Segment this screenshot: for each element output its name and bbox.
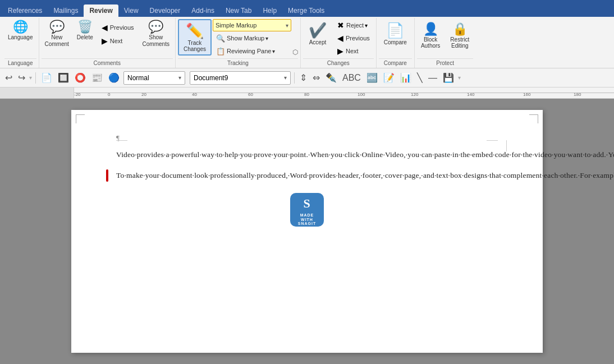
change-bar [106,169,108,182]
block-authors-button[interactable]: 👤 BlockAuthors [417,19,444,52]
track-icon: ✏️ [186,22,204,40]
reviewing-pane-button[interactable]: 📋 Reviewing Pane ▾ [213,46,279,57]
toolbar-icon-c[interactable]: ✒️ [324,71,338,85]
show-markup-arrow: ▾ [265,35,268,42]
language-icon: 🌐 [13,21,28,33]
toolbar-icon-h[interactable]: ╲ [415,71,424,85]
delete-icon: 🗑️ [77,21,93,33]
toolbar-icon-f[interactable]: 📝 [382,71,396,85]
snagit-s: S [303,193,310,213]
markup-dropdown[interactable]: Simple Markup ▾ [213,19,291,31]
restrict-icon: 🔒 [452,22,468,36]
sep2 [294,72,295,84]
track-changes-button[interactable]: ✏️ TrackChanges [178,19,212,56]
language-button[interactable]: 🌐 Language [4,19,36,43]
snagit-text: MADEWITHSNAGIT [298,213,316,226]
markup-label: Simple Markup [216,22,286,29]
snagit-logo: S MADEWITHSNAGIT [290,193,324,227]
tab-review[interactable]: Review [84,4,118,17]
restrict-editing-button[interactable]: 🔒 RestrictEditing [446,19,473,52]
undo-arrow[interactable]: ▾ [29,75,32,81]
markup-arrow: ▾ [286,22,288,29]
prev-icon: ◀ [102,23,108,32]
undo-button[interactable]: ↩ [3,71,14,85]
toolbar-icon-j[interactable]: 💾 [441,71,456,85]
next-comment-button[interactable]: ▶ Next [98,35,138,47]
delete-label: Delete [77,34,93,41]
quick-access-icon4[interactable]: 📰 [90,71,104,85]
protect-group-label: Protect [417,58,473,68]
previous-change-button[interactable]: ◀ Previous [333,32,374,44]
reject-label: Reject [346,22,364,29]
reviewing-icon: 📋 [216,47,225,56]
paragraph-1: Video·provides·a·powerful·way·to·help·yo… [116,149,498,161]
sep1 [35,72,36,84]
block-authors-icon: 👤 [423,22,438,36]
changes-group-label: Changes [303,58,374,68]
tab-help[interactable]: Help [257,4,282,17]
next-change-label: Next [346,48,359,54]
quick-access-icon3[interactable]: ⭕ [73,71,88,85]
show-comments-label: ShowComments [143,34,169,48]
show-comments-button[interactable]: 💬 ShowComments [139,19,173,49]
tracking-expand[interactable]: ⬡ [292,48,298,57]
tracking-options: Simple Markup ▾ 🔍 Show Markup ▾ [213,19,291,57]
style-dropdown[interactable]: Normal ▾ [123,71,185,85]
next-change-icon: ▶ [337,47,343,56]
block-authors-label: BlockAuthors [421,36,440,49]
compare-group: 📄 Compare Compare [377,18,415,68]
tracking-group: ✏️ TrackChanges Simple Markup ▾ 🔍 Sh [176,18,301,68]
margin-line-tl [116,140,127,141]
toolbar-more-arrow[interactable]: ▾ [458,75,461,81]
toolbar-icon-e[interactable]: 🔤 [365,71,379,85]
style-value: Normal [127,74,178,82]
doc-name-dropdown[interactable]: Document9 ▾ [190,71,291,85]
reject-icon: ✖ [337,21,344,30]
show-markup-label: Show Markup [227,35,264,42]
next-change-button[interactable]: ▶ Next [333,45,374,57]
quick-access-icon2[interactable]: 🔲 [56,71,71,85]
tab-view[interactable]: View [118,4,144,17]
paragraph-2: To·make·your·document·look·professionall… [116,169,498,182]
margin-line-tr [487,140,498,141]
toolbar-icon-d[interactable]: ABC [341,71,363,85]
next-icon: ▶ [102,36,108,45]
comments-group: 💬 NewComment 🗑️ Delete ◀ Previous ▶ [39,18,176,68]
show-markup-button[interactable]: 🔍 Show Markup ▾ [213,33,272,44]
tab-mailings[interactable]: Mailings [48,4,84,17]
toolbar-icon-a[interactable]: ⇕ [298,71,309,85]
prev-change-label: Previous [346,35,370,42]
toolbar-icon-g[interactable]: 📊 [398,71,413,85]
compare-icon: 📄 [386,22,404,39]
quick-access-icon1[interactable]: 📄 [39,71,54,85]
snagit-watermark: S MADEWITHSNAGIT [116,193,498,227]
new-comment-button[interactable]: 💬 NewComment [42,19,72,49]
document-area[interactable]: ¶ Video·provides·a·powerful·way·to·help·… [0,99,614,364]
compare-label: Compare [384,39,407,45]
doc-name-value: Document9 [194,74,284,82]
prev-label: Previous [110,24,134,31]
previous-comment-button[interactable]: ◀ Previous [98,21,138,34]
next-label: Next [110,38,123,44]
restrict-label: RestrictEditing [450,36,469,49]
reject-button[interactable]: ✖ Reject ▾ [333,19,374,31]
delete-comment-button[interactable]: 🗑️ Delete [74,19,97,43]
quick-access-icon5[interactable]: 🔵 [107,71,121,85]
ribbon: 🌐 Language Language 💬 NewComment 🗑️ Dele… [0,17,614,68]
tab-mergetools[interactable]: Merge Tools [282,4,330,17]
toolbar-icon-i[interactable]: — [427,71,439,85]
toolbar-icon-b[interactable]: ⇔ [311,71,322,85]
redo-button[interactable]: ↪ [16,71,27,85]
accept-button[interactable]: ✔️ Accept [303,19,332,48]
tab-developer[interactable]: Developer [144,4,186,17]
language-group: 🌐 Language Language [2,18,39,68]
tab-addins[interactable]: Add-ins [186,4,220,17]
compare-button[interactable]: 📄 Compare [379,19,412,48]
protect-group: 👤 BlockAuthors 🔒 RestrictEditing Protect [415,18,475,68]
tab-newtab[interactable]: New Tab [220,4,257,17]
reject-arrow: ▾ [365,22,368,29]
tracking-group-label: Tracking [178,58,298,68]
track-changes-area: ✏️ TrackChanges [178,19,212,56]
accept-icon: ✔️ [309,22,327,39]
tab-references[interactable]: References [2,4,48,17]
